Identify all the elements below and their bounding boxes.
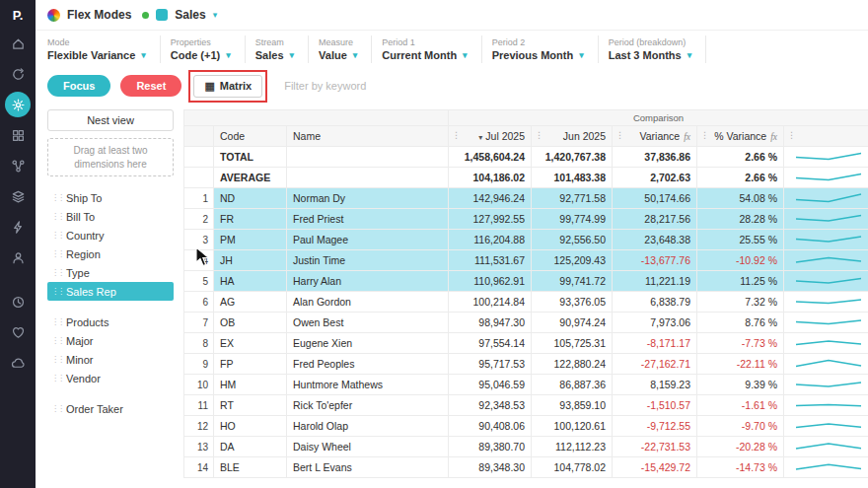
database-selector[interactable]: Sales bbox=[175, 8, 205, 22]
nest-item-order-taker[interactable]: ⋮⋮ Order Taker bbox=[47, 399, 174, 418]
column-menu-icon[interactable]: ⋮ bbox=[615, 130, 624, 140]
column-menu-icon[interactable]: ⋮ bbox=[700, 130, 709, 140]
table-row[interactable]: 10 HM Huntmore Mathews 95,046.5986,887.3… bbox=[184, 375, 868, 395]
reset-button[interactable]: Reset bbox=[120, 75, 181, 97]
nest-item-products[interactable]: ⋮⋮ Products bbox=[47, 313, 174, 331]
column-header-code[interactable]: Code bbox=[214, 126, 287, 147]
summary-row-average[interactable]: AVERAGE 104,186.02101,483.382,702.632.66… bbox=[184, 168, 868, 188]
nest-item-region[interactable]: ⋮⋮ Region bbox=[47, 244, 174, 263]
code-cell: HA bbox=[214, 271, 287, 292]
column-menu-icon[interactable]: ⋮ bbox=[452, 130, 461, 140]
chevron-down-icon[interactable]: ▾ bbox=[213, 10, 218, 20]
fx-icon[interactable]: fx bbox=[770, 132, 777, 142]
variance-cell: -22,731.53 bbox=[613, 437, 697, 457]
row-number-cell[interactable]: 12 bbox=[184, 416, 214, 437]
jul-value-cell: 89,348.30 bbox=[449, 457, 532, 478]
table-row[interactable]: 4 JH Justin Time 111,531.67125,209.43-13… bbox=[184, 250, 868, 271]
row-number-cell[interactable]: 10 bbox=[184, 375, 214, 395]
pct-variance-cell: 8.76 % bbox=[697, 313, 784, 333]
jun-value-cell: 125,209.43 bbox=[532, 250, 613, 271]
row-number-cell[interactable]: 3 bbox=[184, 230, 214, 250]
row-number-cell[interactable]: 1 bbox=[184, 188, 214, 209]
row-number-cell[interactable]: 14 bbox=[184, 457, 214, 478]
nest-item-label: Products bbox=[66, 316, 108, 328]
toolbar-control-stream[interactable]: Stream Sales▾ bbox=[246, 35, 309, 63]
tools-icon[interactable] bbox=[5, 92, 31, 117]
table-row[interactable]: 14 BLE Bert L Evans 89,348.30104,778.02-… bbox=[184, 457, 868, 478]
row-number-cell[interactable]: 8 bbox=[184, 333, 214, 354]
jul-value-cell: 89,380.70 bbox=[449, 437, 532, 457]
nest-group: ⋮⋮ Ship To ⋮⋮ Bill To ⋮⋮ Country ⋮⋮ Regi… bbox=[47, 188, 174, 301]
row-number-cell[interactable]: 9 bbox=[184, 354, 214, 375]
summary-label-cell: TOTAL bbox=[214, 147, 287, 168]
refresh-icon[interactable] bbox=[5, 61, 31, 87]
nest-item-country[interactable]: ⋮⋮ Country bbox=[47, 226, 174, 244]
column-menu-icon[interactable]: ⋮ bbox=[535, 130, 543, 140]
pct-variance-cell: 7.32 % bbox=[697, 292, 784, 313]
row-number-cell[interactable]: 7 bbox=[184, 313, 214, 333]
nest-item-major[interactable]: ⋮⋮ Major bbox=[47, 331, 174, 350]
table-row[interactable]: 12 HO Harold Olap 90,408.06100,120.61-9,… bbox=[184, 416, 868, 437]
nest-item-bill-to[interactable]: ⋮⋮ Bill To bbox=[47, 207, 174, 226]
summary-row-total[interactable]: TOTAL 1,458,604.241,420,767.3837,836.862… bbox=[184, 147, 868, 168]
flex-modes-logo-icon bbox=[47, 9, 60, 22]
column-menu-icon[interactable]: ⋮ bbox=[787, 130, 796, 140]
matrix-button[interactable]: ▦ Matrix bbox=[193, 75, 262, 98]
table-row[interactable]: 3 PM Paul Magee 116,204.8892,556.5023,64… bbox=[184, 230, 868, 250]
nest-item-ship-to[interactable]: ⋮⋮ Ship To bbox=[47, 188, 174, 207]
row-number-cell[interactable]: 13 bbox=[184, 437, 214, 457]
nest-item-label: Order Taker bbox=[66, 403, 123, 415]
jun-value-cell: 92,771.58 bbox=[532, 188, 613, 209]
pct-variance-cell: -14.73 % bbox=[697, 457, 784, 478]
dimension-drop-zone[interactable]: Drag at least two dimensions here bbox=[47, 138, 174, 176]
toolbar-control-period-2[interactable]: Period 2 Previous Month▾ bbox=[482, 35, 599, 63]
filter-input[interactable] bbox=[282, 79, 523, 93]
nest-item-minor[interactable]: ⋮⋮ Minor bbox=[47, 350, 174, 369]
toolbar-control-period-1[interactable]: Period 1 Current Month▾ bbox=[372, 35, 481, 63]
column-header-sparkline[interactable]: ⋮ bbox=[784, 126, 868, 147]
table-row[interactable]: 8 EX Eugene Xien 97,554.14105,725.31-8,1… bbox=[184, 333, 868, 354]
nest-item-sales-rep[interactable]: ⋮⋮ Sales Rep bbox=[47, 282, 174, 301]
row-number-cell[interactable]: 11 bbox=[184, 395, 214, 416]
bolt-icon[interactable] bbox=[5, 214, 31, 240]
toolbar-control-measure[interactable]: Measure Value▾ bbox=[309, 35, 372, 63]
cloud-icon[interactable] bbox=[5, 350, 31, 376]
toolbar-control-period-breakdown[interactable]: Period (breakdown) Last 3 Months▾ bbox=[599, 35, 706, 63]
variance-cell: 7,973.06 bbox=[613, 313, 697, 333]
column-header-jul-2025[interactable]: ⋮▾Jul 2025 bbox=[449, 126, 532, 147]
history-icon[interactable] bbox=[5, 289, 31, 314]
grid-icon[interactable] bbox=[5, 122, 31, 148]
app-logo[interactable]: P. bbox=[13, 0, 24, 31]
table-row[interactable]: 9 FP Fred Peoples 95,717.53122,880.24-27… bbox=[184, 354, 868, 375]
fx-icon[interactable]: fx bbox=[684, 132, 690, 142]
users-icon[interactable] bbox=[5, 244, 31, 270]
home-icon[interactable] bbox=[5, 31, 31, 56]
nest-item-type[interactable]: ⋮⋮ Type bbox=[47, 263, 174, 282]
table-row[interactable]: 2 FR Fred Priest 127,992.5599,774.9928,2… bbox=[184, 209, 868, 230]
table-row[interactable]: 6 AG Alan Gordon 100,214.8493,376.056,83… bbox=[184, 292, 868, 313]
heart-icon[interactable] bbox=[5, 319, 31, 345]
table-row[interactable]: 1 ND Norman Dy 142,946.2492,771.5850,174… bbox=[184, 188, 868, 209]
toolbar-control-mode[interactable]: Mode Flexible Variance▾ bbox=[47, 35, 161, 63]
row-number-cell[interactable]: 5 bbox=[184, 271, 214, 292]
nest-item-vendor[interactable]: ⋮⋮ Vendor bbox=[47, 369, 174, 387]
layers-icon[interactable] bbox=[5, 183, 31, 209]
table-row[interactable]: 7 OB Owen Best 98,947.3090,974.247,973.0… bbox=[184, 313, 868, 333]
row-number-cell[interactable]: 2 bbox=[184, 209, 214, 230]
row-number-cell[interactable]: 6 bbox=[184, 292, 214, 313]
focus-button[interactable]: Focus bbox=[47, 75, 110, 97]
connections-icon[interactable] bbox=[5, 153, 31, 178]
column-header-variance[interactable]: ⋮Variancefx bbox=[613, 126, 697, 147]
table-row[interactable]: 11 RT Rick To'epfer 92,348.5393,859.10-1… bbox=[184, 395, 868, 416]
group-header-row: Comparison bbox=[184, 110, 868, 126]
nest-item-label: Type bbox=[66, 267, 90, 279]
column-header-jun-2025[interactable]: ⋮Jun 2025 bbox=[532, 126, 613, 147]
column-header-name[interactable]: Name bbox=[287, 126, 449, 147]
column-header-pct-variance[interactable]: ⋮% Variancefx bbox=[697, 126, 784, 147]
code-cell: HM bbox=[214, 375, 287, 395]
toolbar-control-label: Period 2 bbox=[492, 37, 584, 47]
table-row[interactable]: 13 DA Daisy Wheel 89,380.70112,112.23-22… bbox=[184, 437, 868, 457]
table-row[interactable]: 5 HA Harry Alan 110,962.9199,741.7211,22… bbox=[184, 271, 868, 292]
row-number-cell[interactable]: 4 bbox=[184, 250, 214, 271]
toolbar-control-properties[interactable]: Properties Code (+1)▾ bbox=[161, 35, 246, 63]
